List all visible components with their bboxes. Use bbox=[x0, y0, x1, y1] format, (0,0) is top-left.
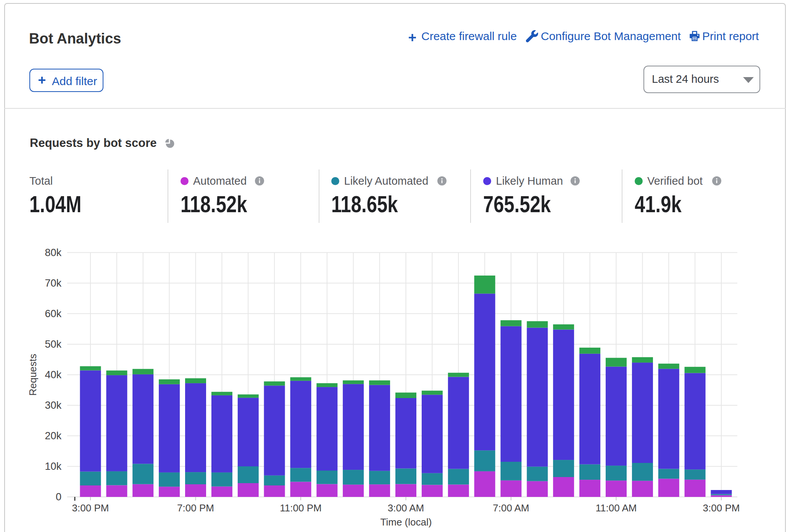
svg-text:20k: 20k bbox=[45, 430, 61, 442]
svg-text:11:00 PM: 11:00 PM bbox=[280, 502, 321, 514]
svg-text:70k: 70k bbox=[45, 277, 61, 289]
svg-text:80k: 80k bbox=[45, 247, 61, 258]
svg-text:40k: 40k bbox=[45, 369, 61, 380]
svg-text:Requests: Requests bbox=[27, 354, 39, 396]
svg-text:10k: 10k bbox=[45, 461, 61, 472]
svg-text:7:00 AM: 7:00 AM bbox=[493, 502, 529, 514]
svg-text:60k: 60k bbox=[45, 308, 61, 319]
svg-text:3:00 PM: 3:00 PM bbox=[72, 502, 109, 514]
svg-text:50k: 50k bbox=[45, 339, 61, 350]
svg-text:11:00 AM: 11:00 AM bbox=[596, 502, 637, 514]
svg-text:7:00 PM: 7:00 PM bbox=[177, 502, 214, 514]
svg-text:0: 0 bbox=[56, 491, 61, 503]
svg-text:3:00 PM: 3:00 PM bbox=[703, 502, 740, 514]
svg-text:Time (local): Time (local) bbox=[380, 516, 432, 528]
svg-text:3:00 AM: 3:00 AM bbox=[388, 502, 424, 514]
svg-text:30k: 30k bbox=[45, 400, 61, 411]
